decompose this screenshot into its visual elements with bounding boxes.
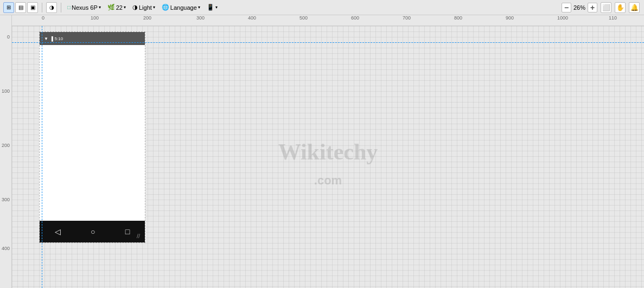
zoom-in-button[interactable]: + [588, 3, 597, 12]
device-content [40, 45, 145, 221]
zoom-in-icon: + [590, 3, 595, 12]
screen-tool-button[interactable]: ⬜ [601, 2, 611, 13]
zoom-out-button[interactable]: − [562, 3, 571, 12]
api-label: 22 [116, 4, 123, 11]
language-dropdown[interactable]: 🌐 Language ▾ [160, 3, 202, 12]
hand-icon: ✋ [616, 4, 624, 11]
wifi-icon: ▼ [44, 36, 48, 41]
layout-icon: ▤ [18, 4, 23, 10]
device-caret-icon: ▾ [99, 5, 101, 10]
ruler-left-tick-200: 200 [2, 143, 10, 148]
device-checkbox-icon: □ [67, 4, 71, 10]
ruler-left-tick-0: 0 [7, 34, 10, 40]
nav-recent-icon[interactable]: □ [125, 227, 130, 236]
layout-view-button[interactable]: ▤ [15, 2, 26, 13]
language-caret-icon: ▾ [198, 5, 200, 10]
orient-caret-icon: ▾ [215, 5, 218, 10]
ruler-tick-800: 800 [454, 15, 462, 21]
theme-half-icon: ◑ [132, 4, 138, 11]
api-icon: 🌿 [107, 4, 115, 11]
device-orient-dropdown[interactable]: 📱 ▾ [205, 3, 220, 12]
ruler-tick-200: 200 [143, 15, 151, 21]
toolbar-right-group: − 26% + ⬜ ✋ 🔔 [562, 2, 640, 13]
ruler-tick-100: 100 [91, 15, 99, 21]
view-buttons-group: ⊞ ▤ ▣ [3, 2, 38, 13]
hand-tool-button[interactable]: ✋ [615, 2, 626, 13]
screen-icon: ⬜ [602, 4, 610, 11]
ruler-tick-1100: 110 [609, 15, 617, 21]
signal-icon: ▐ [50, 36, 53, 41]
component-view-button[interactable]: ▣ [27, 2, 38, 13]
ruler-top: 0 100 200 300 400 500 600 700 800 900 10… [12, 15, 644, 26]
ruler-left-tick-400: 400 [2, 246, 10, 251]
grid-view-button[interactable]: ⊞ [3, 2, 14, 13]
canvas-area: 0 100 200 300 400 0 100 200 300 400 500 … [0, 15, 644, 288]
divider-1 [42, 3, 42, 12]
device-dropdown[interactable]: □ Nexus 6P ▾ [65, 3, 103, 12]
ruler-left: 0 100 200 300 400 [0, 15, 12, 288]
divider-2 [61, 3, 61, 12]
ruler-tick-300: 300 [196, 15, 205, 21]
resize-handle[interactable]: // [134, 232, 143, 240]
language-label: Language [170, 4, 197, 11]
theme-group: ◑ [46, 2, 57, 13]
theme-label: Light [139, 4, 152, 11]
device-frame[interactable]: ▼ ▐ 5:10 ◁ ○ □ // [39, 31, 145, 243]
language-globe-icon: 🌐 [162, 4, 169, 11]
toolbar: ⊞ ▤ ▣ ◑ □ Nexus 6P ▾ 🌿 22 ▾ ◑ Light ▾ 🌐 … [0, 0, 644, 15]
notification-button[interactable]: 🔔 [629, 2, 640, 13]
guide-horizontal [12, 42, 644, 43]
ruler-tick-600: 600 [351, 15, 359, 21]
theme-icon: ◑ [49, 4, 54, 10]
nav-back-icon[interactable]: ◁ [55, 227, 61, 236]
api-dropdown[interactable]: 🌿 22 ▾ [105, 3, 128, 12]
ruler-tick-900: 900 [506, 15, 514, 21]
device-statusbar: ▼ ▐ 5:10 [40, 32, 145, 45]
zoom-out-icon: − [564, 3, 569, 12]
statusbar-icons: ▼ ▐ 5:10 [44, 36, 63, 41]
nav-home-icon[interactable]: ○ [91, 227, 95, 236]
bell-icon: 🔔 [630, 4, 639, 11]
theme-button[interactable]: ◑ [46, 2, 57, 13]
guide-vertical [42, 26, 42, 288]
theme-caret-icon: ▾ [153, 5, 155, 10]
device-label: Nexus 6P [72, 4, 98, 11]
ruler-tick-400: 400 [248, 15, 256, 21]
statusbar-time: 5:10 [55, 36, 63, 41]
ruler-tick-700: 700 [403, 15, 411, 21]
ruler-left-tick-100: 100 [2, 88, 10, 94]
ruler-tick-0: 0 [42, 15, 44, 21]
device-navbar: ◁ ○ □ [40, 221, 145, 242]
ruler-left-tick-300: 300 [2, 197, 10, 202]
theme-dropdown[interactable]: ◑ Light ▾ [130, 3, 157, 12]
resize-icon: // [137, 233, 140, 239]
component-icon: ▣ [30, 4, 35, 10]
ruler-tick-500: 500 [299, 15, 308, 21]
device-orient-icon: 📱 [207, 4, 214, 11]
ruler-tick-1000: 1000 [557, 15, 568, 21]
grid-icon: ⊞ [7, 4, 11, 10]
zoom-group: − 26% + [562, 3, 597, 12]
canvas-main: 0 100 200 300 400 500 600 700 800 900 10… [12, 15, 644, 288]
api-caret-icon: ▾ [124, 5, 126, 10]
zoom-level-label: 26% [573, 4, 585, 11]
